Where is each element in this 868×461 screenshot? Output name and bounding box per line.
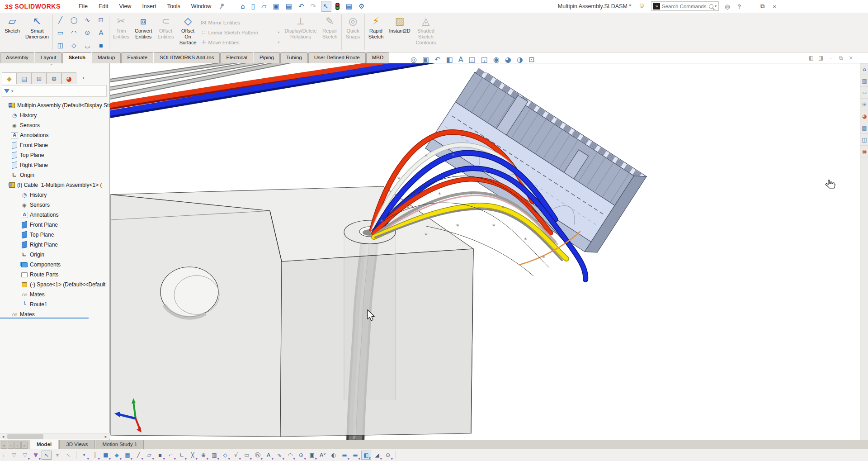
arc[interactable]: ◠ [67, 26, 81, 39]
tree-item[interactable]: Annotations [0, 210, 110, 220]
command-tab[interactable]: MBD [366, 52, 390, 63]
filter-notes[interactable]: Ⓝ [253, 451, 263, 460]
document-tab[interactable]: Motion Study 1 [96, 440, 144, 449]
tree-item[interactable]: Components [0, 260, 110, 270]
tree-item[interactable]: History [0, 110, 110, 120]
tree-item[interactable]: Right Plane [0, 160, 110, 170]
feedback-smiley-icon[interactable]: ☺ [638, 1, 645, 9]
filter-surface-bodies[interactable]: ◆ [112, 451, 122, 460]
filter-center-marks[interactable]: ▥ [209, 451, 219, 460]
view-palette[interactable]: ⊞ [860, 99, 868, 110]
filter-edges[interactable]: │ [90, 451, 100, 460]
hide-show-items[interactable]: ◉ [493, 55, 500, 64]
menu-item[interactable]: View [114, 1, 137, 12]
quickbar-button[interactable]: ⚙ [357, 1, 367, 11]
quickbar-button[interactable]: ↶ [297, 1, 307, 11]
menu-item[interactable]: File [73, 1, 93, 12]
sketch-region[interactable]: ⊡ [94, 14, 108, 26]
scroll-right-icon[interactable]: ▸ [103, 434, 109, 439]
pane-left[interactable]: ◧ [806, 55, 816, 61]
panel-collapse-chevron[interactable]: ⌃ [50, 63, 53, 68]
smart-dimension-button[interactable]: ↖ Smart Dimension [23, 13, 52, 52]
tree-item[interactable]: Route1 [0, 299, 110, 309]
clear-selected-filters[interactable]: ▽ [20, 451, 30, 460]
gray-block-model[interactable] [111, 186, 473, 437]
tree-root[interactable]: Multipin Assembly (Default<Display Sta [0, 100, 110, 110]
filter-surface-finish[interactable]: ∿ [274, 451, 284, 460]
tree-item[interactable]: Origin [0, 250, 110, 260]
user-account[interactable]: ◎ [722, 3, 733, 10]
offset-on-surface-button[interactable]: ◇ Offset On Surface [177, 13, 199, 52]
clear-all-filters[interactable]: ▽ [9, 451, 19, 460]
text[interactable]: A [94, 26, 108, 39]
restore-doc[interactable]: ⧉ [836, 55, 846, 61]
tree-item[interactable]: Top Plane [0, 150, 110, 160]
quickbar-button[interactable]: ▤ [344, 1, 354, 11]
scroll-left-icon[interactable]: ◂ [0, 434, 6, 439]
featuremanager-tab[interactable]: ◆ [2, 72, 17, 84]
routing-library[interactable]: ◉ [860, 146, 868, 157]
toolbar-drag-handle[interactable]: ⋮ [1, 453, 6, 457]
spline[interactable]: ∿ [81, 14, 94, 26]
convert-entities-button[interactable]: ⧈ Convert Entities [132, 13, 155, 52]
tree-item[interactable]: Top Plane [0, 230, 110, 240]
filter-transparent[interactable]: ⊙ [383, 451, 393, 460]
chevron-down-icon[interactable]: ▾ [11, 89, 13, 93]
filter-planes[interactable]: ▱ [144, 451, 154, 460]
filter-dimensions[interactable]: √ [231, 451, 241, 460]
filter-routing-points[interactable]: ▬ [350, 451, 360, 460]
zoom-to-area[interactable]: ▣ [422, 55, 430, 64]
previous-view[interactable]: ↶ [434, 55, 441, 64]
filter-sketch-segments[interactable]: ∟ [177, 451, 187, 460]
dimxpertmanager-tab[interactable]: ⊕ [47, 72, 61, 84]
pane-right[interactable]: ◨ [816, 55, 826, 61]
quickbar-button[interactable]: ▯ [250, 1, 257, 11]
search-commands-box[interactable]: » ▾ [651, 1, 719, 11]
electrical-library[interactable]: ◫ [860, 134, 868, 146]
viewport-canvas[interactable]: *** *** *** *** ** [110, 63, 860, 440]
last-tab[interactable]: » [21, 442, 28, 449]
panel-horizontal-scrollbar[interactable]: ◂ ▸ [0, 433, 110, 439]
command-tab[interactable]: Electrical [220, 52, 253, 63]
custom-properties[interactable]: ▤ [860, 122, 868, 134]
command-tab[interactable]: Piping [254, 52, 280, 63]
tree-item[interactable]: Mates [0, 290, 110, 299]
next-tab[interactable]: › [14, 442, 21, 449]
line[interactable]: ╱ [54, 14, 67, 26]
command-tab[interactable]: Layout [35, 52, 62, 63]
tree-item[interactable]: Origin [0, 170, 110, 180]
filter-hidden-edges[interactable]: ◢ [372, 451, 382, 460]
rapid-sketch-button[interactable]: ⚡ Rapid Sketch [366, 13, 387, 52]
appearances-scenes[interactable]: ◕ [860, 110, 868, 122]
filter-annotations[interactable]: ▭ [242, 451, 252, 460]
close-doc[interactable]: × [846, 55, 856, 61]
quickbar-button[interactable]: ⌂ [239, 1, 247, 11]
home[interactable]: ⌂ [860, 63, 868, 75]
displaymanager-tab[interactable]: ◕ [61, 72, 76, 84]
filter-connection-points[interactable]: ▬ [340, 451, 349, 460]
filter-axes[interactable]: ╱ [133, 451, 143, 460]
polygon[interactable]: ◇ [67, 39, 81, 52]
close[interactable]: × [769, 3, 780, 10]
tree-item[interactable]: (-) Space<1> (Default<<Default [0, 280, 110, 290]
circle[interactable]: ◯ [67, 14, 81, 26]
tree-item[interactable]: Route Parts [0, 270, 110, 280]
filter-sketches[interactable]: ⌐ [166, 451, 176, 460]
filter-datums[interactable]: ▣ [307, 451, 317, 460]
slot[interactable]: ◫ [54, 39, 67, 52]
document-tab[interactable]: Model [30, 440, 58, 449]
toggle-selection-filters[interactable]: ▼ [31, 451, 41, 460]
view-settings[interactable]: ⊡ [528, 55, 535, 64]
pin-menu-icon[interactable] [218, 3, 225, 10]
ellipse[interactable]: ⊙ [81, 26, 94, 39]
zoom-to-fit[interactable]: ◎ [410, 55, 418, 64]
command-tab[interactable]: Sketch [62, 52, 91, 63]
minimize[interactable]: – [745, 3, 757, 10]
edit-appearance[interactable]: ◕ [505, 55, 512, 64]
help[interactable]: ? [733, 3, 745, 10]
conic[interactable]: ◡ [81, 39, 94, 52]
select-caret[interactable]: ▾ [52, 451, 62, 460]
dynamic-annotation-views[interactable]: A [458, 55, 464, 64]
tree-item[interactable]: Sensors [0, 120, 110, 130]
propertymanager-tab[interactable]: ▤ [17, 72, 32, 84]
